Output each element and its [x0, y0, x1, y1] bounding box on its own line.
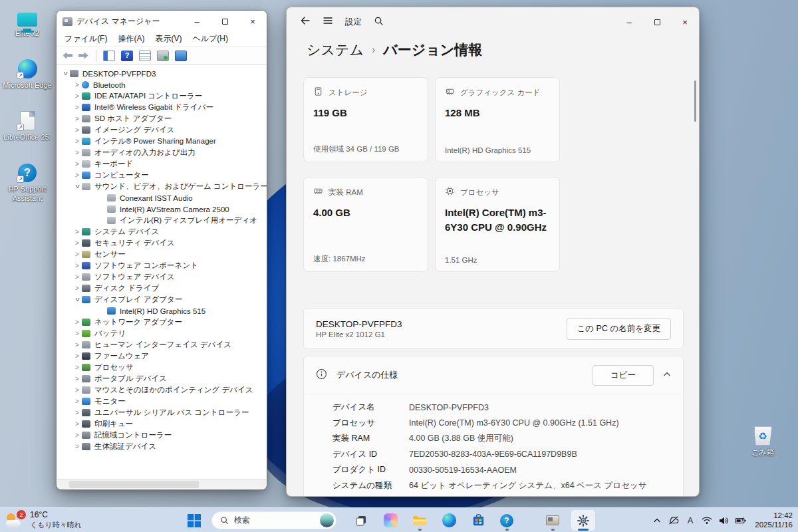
back-button[interactable]: [300, 15, 311, 29]
tree-expander-icon[interactable]: >: [72, 126, 82, 134]
tree-item[interactable]: >システム デバイス: [57, 226, 267, 237]
menu-item[interactable]: ファイル(F): [59, 32, 112, 46]
tree-item[interactable]: >DESKTOP-PVFPFD3: [57, 68, 267, 79]
action-pane-icon[interactable]: [139, 51, 151, 61]
tree-item[interactable]: >IDE ATA/ATAPI コントローラー: [57, 90, 267, 102]
back-arrow-icon[interactable]: [62, 51, 73, 60]
tree-item[interactable]: >イメージング デバイス: [57, 124, 267, 136]
tree-item[interactable]: >ディスプレイ アダプター: [57, 294, 267, 305]
copy-button[interactable]: コピー: [593, 365, 654, 386]
tree-item[interactable]: >センサー: [57, 249, 267, 260]
tree-expander-icon[interactable]: >: [72, 262, 82, 269]
tree-item[interactable]: >セキュリティ デバイス: [57, 237, 267, 249]
tree-expander-icon[interactable]: >: [72, 92, 82, 100]
tree-item[interactable]: >ネットワーク アダプター: [57, 317, 267, 328]
tree-item[interactable]: Intel(R) HD Graphics 515: [57, 305, 267, 317]
tree-expander-icon[interactable]: >: [72, 251, 82, 258]
device-manager-titlebar[interactable]: デバイス マネージャー – ×: [57, 11, 267, 32]
store-button[interactable]: [466, 510, 490, 531]
tree-expander-icon[interactable]: >: [72, 432, 82, 439]
forward-arrow-icon[interactable]: [78, 51, 89, 60]
tree-expander-icon[interactable]: >: [72, 386, 82, 394]
tree-item[interactable]: Intel(R) AVStream Camera 2500: [57, 203, 267, 215]
tree-expander-icon[interactable]: >: [72, 149, 82, 156]
tree-item[interactable]: >マウスとそのほかのポインティング デバイス: [57, 384, 267, 396]
weather-widget[interactable]: 2 16°C くもり時々晴れ: [5, 510, 82, 530]
help-icon[interactable]: ?: [121, 51, 133, 61]
start-button[interactable]: [182, 510, 206, 531]
minimize-button[interactable]: –: [615, 7, 643, 37]
tree-item[interactable]: >ヒューマン インターフェイス デバイス: [57, 339, 267, 350]
wifi-icon[interactable]: [702, 516, 712, 525]
task-view-button[interactable]: [349, 510, 373, 531]
tree-expander-icon[interactable]: >: [74, 295, 81, 305]
tree-expander-icon[interactable]: >: [72, 81, 82, 88]
tree-expander-icon[interactable]: >: [72, 172, 82, 179]
tree-expander-icon[interactable]: >: [72, 398, 82, 405]
taskbar-clock[interactable]: 12:42 2025/11/16: [755, 511, 793, 530]
collapse-chevron-icon[interactable]: [663, 369, 671, 381]
tree-item[interactable]: >キーボード: [57, 158, 267, 170]
tree-item[interactable]: >記憶域コントローラー: [57, 430, 267, 441]
tree-expander-icon[interactable]: >: [72, 104, 82, 111]
console-tree-icon[interactable]: [103, 51, 115, 61]
ime-mode-indicator[interactable]: A: [685, 515, 696, 525]
close-button[interactable]: ×: [671, 7, 699, 37]
hp-support-button[interactable]: ?: [495, 510, 519, 531]
file-explorer-button[interactable]: [408, 510, 432, 531]
breadcrumb-section[interactable]: システム: [307, 41, 364, 59]
volume-icon[interactable]: [718, 516, 729, 525]
tree-expander-icon[interactable]: >: [72, 409, 82, 416]
tree-item[interactable]: >プロセッサ: [57, 362, 267, 373]
tree-item[interactable]: >インテル® Power Sharing Manager: [57, 136, 267, 147]
vertical-scrollbar[interactable]: [694, 80, 696, 122]
tree-item[interactable]: >サウンド、ビデオ、およびゲーム コントローラー: [57, 181, 267, 192]
tree-expander-icon[interactable]: >: [62, 69, 69, 78]
tree-item[interactable]: >ファームウェア: [57, 350, 267, 362]
tree-expander-icon[interactable]: >: [72, 160, 82, 168]
tree-item[interactable]: インテル(R) ディスプレイ用オーディオ: [57, 215, 267, 226]
desktop-icon-hp-support-assistant[interactable]: ?↗HP Support Assistant: [1, 160, 53, 203]
tree-item[interactable]: >ソフトウェア デバイス: [57, 271, 267, 283]
tree-item[interactable]: >ディスク ドライブ: [57, 283, 267, 294]
tree-expander-icon[interactable]: >: [72, 341, 82, 348]
desktop-icon-recycle-bin[interactable]: ♻ ごみ箱: [737, 423, 789, 458]
device-manager-button[interactable]: [541, 510, 565, 531]
tree-expander-icon[interactable]: >: [72, 239, 82, 247]
tree-expander-icon[interactable]: >: [72, 330, 82, 337]
tree-expander-icon[interactable]: >: [74, 182, 81, 192]
rename-pc-button[interactable]: この PC の名前を変更: [567, 318, 671, 340]
scrollbar-thumb[interactable]: [69, 481, 199, 488]
settings-button[interactable]: [571, 510, 595, 531]
tree-item[interactable]: Conexant ISST Audio: [57, 192, 267, 203]
maximize-button[interactable]: [211, 11, 239, 32]
tree-expander-icon[interactable]: >: [72, 138, 82, 145]
battery-icon[interactable]: [735, 517, 746, 525]
tree-item[interactable]: >バッテリ: [57, 328, 267, 339]
close-button[interactable]: ×: [239, 11, 267, 32]
tree-item[interactable]: >ユニバーサル シリアル バス コントローラー: [57, 407, 267, 418]
desktop-icon-microsoft-edge[interactable]: ↗Microsoft Edge: [1, 56, 53, 90]
tree-item[interactable]: >オーディオの入力および出力: [57, 147, 267, 158]
computer-icon[interactable]: [175, 51, 187, 61]
menu-item[interactable]: 操作(A): [112, 32, 150, 46]
desktop-icon-elite-x2[interactable]: Elite x2: [1, 4, 53, 39]
menu-item[interactable]: 表示(V): [150, 32, 187, 46]
navigation-menu-button[interactable]: [323, 15, 333, 29]
tree-expander-icon[interactable]: >: [72, 352, 82, 360]
tree-expander-icon[interactable]: >: [72, 420, 82, 428]
tree-expander-icon[interactable]: >: [72, 273, 82, 281]
minimize-button[interactable]: –: [183, 11, 211, 32]
tree-item[interactable]: >印刷キュー: [57, 418, 267, 430]
device-spec-header[interactable]: デバイスの仕様 コピー: [304, 356, 683, 394]
search-box[interactable]: 検索: [211, 511, 336, 529]
horizontal-scrollbar[interactable]: [57, 479, 266, 489]
tree-expander-icon[interactable]: >: [72, 375, 82, 382]
edge-button[interactable]: [437, 510, 461, 531]
tree-expander-icon[interactable]: >: [72, 319, 82, 326]
tree-item[interactable]: >SD ホスト アダプター: [57, 113, 267, 124]
tree-item[interactable]: >ポータブル デバイス: [57, 373, 267, 384]
tree-expander-icon[interactable]: >: [72, 364, 82, 371]
tree-item[interactable]: >ソフトウェア コンポーネント: [57, 260, 267, 271]
tree-item[interactable]: >モニター: [57, 396, 267, 407]
